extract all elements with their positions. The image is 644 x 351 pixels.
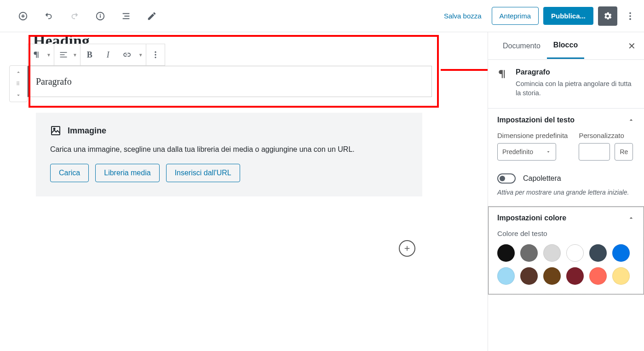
chevron-up-icon (627, 116, 635, 124)
italic-button[interactable]: I (99, 44, 117, 65)
move-down-button[interactable] (10, 89, 27, 102)
settings-sidebar: Documento Blocco ✕ Paragrafo Comincia co… (488, 32, 644, 351)
add-block-button[interactable] (15, 8, 31, 24)
reset-size-button[interactable]: Re (615, 143, 633, 161)
close-sidebar-button[interactable]: ✕ (628, 40, 636, 52)
bold-button[interactable]: B (80, 44, 99, 65)
dropcap-label: Capolettera (523, 174, 561, 183)
color-swatch[interactable] (543, 267, 561, 285)
svg-rect-12 (52, 127, 60, 135)
color-settings-panel: Impostazioni colore Colore del testo (488, 207, 644, 294)
color-swatch-grid (497, 244, 635, 285)
block-mover: ⠿ (9, 65, 28, 102)
svg-point-6 (629, 18, 631, 20)
sidebar-tabs: Documento Blocco ✕ (488, 32, 644, 60)
save-draft-button[interactable]: Salva bozza (438, 8, 487, 23)
color-swatch[interactable] (589, 244, 607, 262)
image-block-description: Carica una immagine, scegline una dalla … (50, 145, 408, 154)
more-rich-text-dropdown[interactable]: ▼ (136, 44, 146, 65)
default-size-label: Dimensione predefinita (497, 132, 568, 139)
color-swatch[interactable] (543, 244, 561, 262)
block-type-button[interactable] (28, 44, 46, 65)
svg-point-5 (629, 15, 631, 17)
color-settings-toggle[interactable]: Impostazioni colore (497, 214, 635, 222)
color-settings-heading: Impostazioni colore (497, 214, 566, 222)
editor-canvas: Heading ▼ ▼ B I ▼ (0, 32, 488, 351)
preview-button[interactable]: Anteprima (492, 7, 539, 25)
svg-rect-2 (100, 15, 101, 18)
dropcap-help-text: Attiva per mostrare una grande lettera i… (497, 188, 635, 197)
move-up-button[interactable] (10, 66, 27, 79)
tab-document[interactable]: Documento (496, 34, 547, 58)
settings-button[interactable] (598, 6, 617, 26)
color-swatch[interactable] (497, 244, 515, 262)
link-button[interactable] (117, 44, 136, 65)
text-settings-toggle[interactable]: Impostazioni del testo (497, 116, 635, 124)
editor-top-bar: Salva bozza Anteprima Pubblica... (0, 0, 644, 32)
redo-button[interactable] (66, 8, 83, 24)
svg-point-7 (155, 52, 156, 53)
text-settings-panel: Impostazioni del testo Dimensione predef… (488, 109, 644, 207)
chevron-up-icon (627, 214, 635, 222)
text-color-label: Colore del testo (497, 230, 635, 238)
info-button[interactable] (92, 8, 109, 24)
color-swatch[interactable] (520, 267, 538, 285)
insert-from-url-button[interactable]: Inserisci dall'URL (166, 164, 240, 182)
upload-button[interactable]: Carica (50, 164, 89, 182)
custom-size-input[interactable] (579, 143, 610, 161)
color-swatch[interactable] (566, 244, 584, 262)
svg-rect-3 (100, 14, 101, 15)
block-info-panel: Paragrafo Comincia con la pietra angolar… (488, 60, 644, 109)
publish-button[interactable]: Pubblica... (543, 7, 593, 25)
svg-point-8 (155, 54, 156, 55)
text-settings-heading: Impostazioni del testo (497, 116, 575, 124)
paragraph-block[interactable]: Paragrafo (28, 66, 432, 97)
align-button[interactable] (54, 44, 73, 65)
dropcap-toggle[interactable] (497, 173, 516, 184)
outline-button[interactable] (118, 8, 134, 24)
block-toolbar: ▼ ▼ B I ▼ (28, 44, 165, 66)
more-menu-button[interactable] (622, 8, 638, 24)
annotation-arrow (441, 66, 488, 74)
block-type-dropdown-icon[interactable]: ▼ (46, 44, 54, 65)
block-info-title: Paragrafo (516, 68, 635, 76)
font-size-value: Predefinito (502, 148, 533, 155)
paragraph-icon (497, 68, 509, 98)
drag-handle[interactable]: ⠿ (16, 79, 21, 89)
align-dropdown-icon[interactable]: ▼ (73, 44, 80, 65)
edit-button[interactable] (144, 8, 160, 24)
font-size-select[interactable]: Predefinito (497, 143, 556, 161)
svg-point-13 (54, 128, 55, 130)
tab-block[interactable]: Blocco (547, 33, 584, 59)
block-more-options-button[interactable] (146, 44, 165, 65)
svg-point-9 (155, 57, 156, 58)
color-swatch[interactable] (566, 267, 584, 285)
media-library-button[interactable]: Libreria media (95, 164, 159, 182)
block-info-desc: Comincia con la pietra angolare di tutta… (516, 79, 635, 98)
undo-button[interactable] (40, 8, 57, 24)
custom-size-label: Personalizzato (579, 132, 633, 139)
append-block-button[interactable] (399, 240, 415, 257)
color-swatch[interactable] (520, 244, 538, 262)
image-block-placeholder: Immagine Carica una immagine, scegline u… (36, 113, 422, 196)
image-icon (50, 125, 61, 136)
color-swatch[interactable] (589, 267, 607, 285)
color-swatch[interactable] (612, 267, 630, 285)
image-block-title: Immagine (68, 126, 106, 136)
svg-point-4 (629, 12, 631, 14)
color-swatch[interactable] (497, 267, 515, 285)
color-swatch[interactable] (612, 244, 630, 262)
chevron-down-icon (546, 149, 551, 155)
